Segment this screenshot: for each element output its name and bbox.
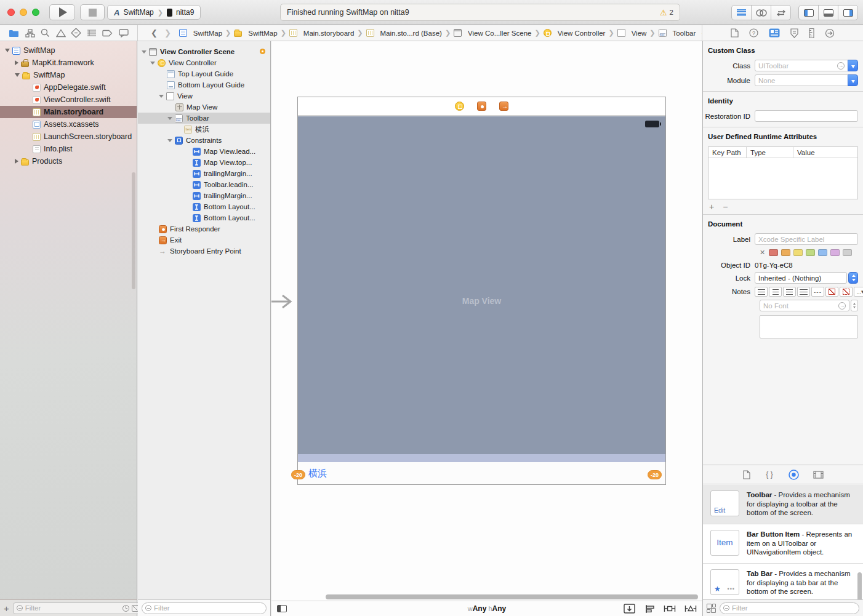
version-editor-button[interactable] <box>771 5 791 20</box>
bar-button-item[interactable]: 横浜 <box>308 468 327 479</box>
run-button[interactable] <box>49 4 75 20</box>
breadcrumb-scene[interactable]: View Co...ller Scene <box>468 30 531 37</box>
disclosure-open-icon[interactable] <box>142 50 147 54</box>
align-button[interactable] <box>644 604 655 614</box>
outline-row-constraint[interactable]: Bottom Layout... <box>138 201 270 212</box>
media-library-tab-icon[interactable] <box>813 471 824 479</box>
connections-inspector-tab-icon[interactable] <box>825 28 835 38</box>
project-navigator-tab-icon[interactable] <box>9 29 19 38</box>
library-scrollbar[interactable] <box>857 572 862 599</box>
more-format-button[interactable]: ...▾ <box>854 287 863 297</box>
disclosure-open-icon[interactable] <box>5 49 10 52</box>
file-row-products[interactable]: Products <box>0 155 137 167</box>
test-navigator-tab-icon[interactable] <box>71 28 81 38</box>
report-navigator-tab-icon[interactable] <box>119 29 129 38</box>
canvas-horizontal-scrollbar[interactable] <box>271 593 702 601</box>
disclosure-open-icon[interactable] <box>15 73 20 77</box>
outline-row-constraint[interactable]: Map View.top... <box>138 157 270 168</box>
outline-row-constraint[interactable]: Toolbar.leadin... <box>138 179 270 190</box>
class-field[interactable]: UIToolbar → <box>755 60 848 71</box>
outline-row-constraint[interactable]: Bottom Layout... <box>138 212 270 223</box>
outline-toggle-button[interactable] <box>277 605 287 612</box>
utilities-panel-toggle[interactable] <box>838 5 858 20</box>
add-file-button[interactable]: + <box>4 603 9 614</box>
outline-row-toolbar-selected[interactable]: Toolbar <box>138 113 270 124</box>
add-attribute-button[interactable]: + <box>709 202 714 212</box>
first-responder-icon[interactable] <box>477 102 486 111</box>
view-controller-icon[interactable] <box>455 102 464 111</box>
jump-to-class-icon[interactable]: → <box>837 62 845 70</box>
file-row-project[interactable]: SwiftMap <box>0 44 137 57</box>
outline-row-view-controller[interactable]: View Controller <box>138 57 270 68</box>
color-swatch-purple[interactable] <box>830 249 840 256</box>
outline-row-exit[interactable]: Exit <box>138 234 270 246</box>
file-row-main-storyboard-selected[interactable]: Main.storyboard <box>0 106 137 118</box>
disclosure-open-icon[interactable] <box>167 139 172 142</box>
color-swatch-green[interactable] <box>806 249 815 256</box>
disclosure-open-icon[interactable] <box>150 62 155 65</box>
lock-stepper[interactable] <box>848 272 858 284</box>
size-inspector-tab-icon[interactable] <box>809 28 814 38</box>
breadcrumb-view-controller[interactable]: View Controller <box>558 30 606 37</box>
color-swatch-gray[interactable] <box>843 249 852 256</box>
pin-button[interactable] <box>664 604 676 613</box>
warning-icon[interactable]: ⚠ <box>660 8 667 17</box>
font-picker-icon[interactable]: → <box>838 302 846 310</box>
outline-row-top-layout-guide[interactable]: Top Layout Guide <box>138 68 270 79</box>
no-color-button[interactable]: ✕ <box>760 249 765 257</box>
spacing-button[interactable]: --- <box>811 287 824 297</box>
breadcrumb-toolbar[interactable]: Toolbar <box>673 30 696 37</box>
minimize-window-button[interactable] <box>20 9 27 16</box>
notes-text-area[interactable] <box>760 315 858 338</box>
outline-row-entry-point[interactable]: Storyboard Entry Point <box>138 246 270 257</box>
code-snippet-library-tab-icon[interactable]: { } <box>765 470 774 479</box>
runtime-attributes-table[interactable]: Key Path Type Value <box>708 146 858 199</box>
xcode-label-field[interactable]: Xcode Specific Label <box>755 233 858 245</box>
navigator-filter-input[interactable] <box>25 604 120 612</box>
color-swatch-orange[interactable] <box>781 249 790 256</box>
debug-navigator-tab-icon[interactable] <box>87 29 97 37</box>
quick-help-tab-icon[interactable]: ? <box>749 28 758 38</box>
font-size-stepper[interactable] <box>851 300 858 311</box>
lock-dropdown[interactable]: Inherited - (Nothing) <box>755 272 847 284</box>
assistant-editor-button[interactable] <box>751 5 771 20</box>
file-row-framework[interactable]: MapKit.framework <box>0 57 137 69</box>
outline-row-constraint[interactable]: trailingMargin... <box>138 190 270 201</box>
attributes-inspector-tab-icon[interactable] <box>790 28 798 38</box>
outline-row-scene[interactable]: View Controller Scene <box>138 46 270 57</box>
library-filter-field[interactable] <box>720 602 859 614</box>
file-inspector-tab-icon[interactable] <box>731 28 739 38</box>
notes-font-field[interactable]: No Font → <box>760 300 849 311</box>
close-window-button[interactable] <box>7 9 15 16</box>
outline-row-map-view[interactable]: Map View <box>138 102 270 113</box>
scheme-selector[interactable]: A SwiftMap ❯ nitta9 <box>107 5 201 20</box>
breadcrumb-storyboard[interactable]: Main.storyboard <box>303 30 354 37</box>
disclosure-open-icon[interactable] <box>167 117 172 120</box>
outline-row-constraint[interactable]: Map View.lead... <box>138 146 270 157</box>
ios-toolbar[interactable]: 横浜 <box>298 462 665 484</box>
class-dropdown-button[interactable] <box>848 60 858 71</box>
resolve-auto-layout-button[interactable] <box>684 604 697 613</box>
color-swatch-yellow[interactable] <box>793 249 803 256</box>
library-view-mode-icon[interactable] <box>707 604 716 613</box>
library-item-toolbar[interactable]: Edit Toolbar - Provides a mechanism for … <box>703 485 863 524</box>
module-field[interactable]: None <box>755 74 848 86</box>
zoom-window-button[interactable] <box>32 9 39 16</box>
library-item-bar-button-item[interactable]: Item Bar Button Item - Represents an ite… <box>703 524 863 564</box>
object-library-tab-icon[interactable] <box>789 470 799 480</box>
no-border-button[interactable] <box>840 287 853 297</box>
previous-issue-button[interactable]: ❮ <box>699 28 702 38</box>
navigator-filter-field[interactable] <box>13 602 142 614</box>
scrollbar-thumb[interactable] <box>326 594 698 599</box>
align-right-button[interactable] <box>783 287 796 297</box>
outline-filter-input[interactable] <box>154 604 263 612</box>
constraint-badge-right[interactable]: -20 <box>648 470 662 479</box>
warning-count[interactable]: 2 <box>670 9 673 16</box>
disclosure-closed-icon[interactable] <box>15 60 18 65</box>
view-controller-frame[interactable]: Map View 横浜 -20 -20 <box>297 97 666 485</box>
breadcrumb-group[interactable]: SwiftMap <box>248 30 277 37</box>
outline-row-first-responder[interactable]: First Responder <box>138 223 270 234</box>
find-navigator-tab-icon[interactable] <box>41 28 50 38</box>
file-row-launchscreen[interactable]: LaunchScreen.storyboard <box>0 130 137 143</box>
stop-button[interactable] <box>80 4 105 20</box>
